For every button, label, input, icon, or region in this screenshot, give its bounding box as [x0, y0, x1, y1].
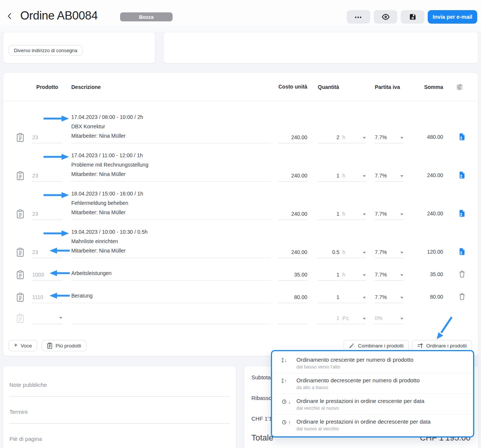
vat-select[interactable]: 0% [375, 315, 403, 324]
order-page: Ordine AB0084 Bozza ••• Invia per e-mail… [0, 0, 481, 448]
timesheet-document-button[interactable] [455, 248, 469, 258]
vat-select[interactable]: 7.7% [375, 134, 403, 143]
menu-item-sort-number-ascending[interactable]: 09↓ Ordinamento crescente per numero di … [272, 353, 473, 373]
quantity-input[interactable]: 1 [318, 211, 340, 220]
column-settings-button[interactable] [456, 73, 463, 101]
clipboard-icon[interactable] [16, 133, 26, 143]
page-footer-field[interactable]: Piè di pagina [9, 436, 42, 442]
quantity-cell: 0.5 h [318, 249, 366, 258]
add-line-button[interactable]: + Voce [9, 340, 37, 351]
description-input[interactable]: Beratung [71, 291, 271, 303]
product-select[interactable] [32, 317, 62, 324]
clipboard-icon [47, 343, 53, 349]
vat-select[interactable]: 7.7% [375, 272, 403, 281]
table-footer: + Voce Più prodotti Combinare i prodotti… [3, 340, 478, 351]
product-number-input[interactable]: 1110 [32, 294, 62, 303]
menu-item-subtitle: dal basso verso l'alto [296, 364, 413, 370]
unit-cost-input[interactable]: 240.00 [278, 249, 307, 258]
different-delivery-address-button[interactable]: Diverso indirizzo di consegna [9, 45, 83, 56]
description-input[interactable]: 17.04.2023 / 11:00 - 12:00 / 1h Probleme… [71, 151, 271, 182]
unit-select[interactable]: h [341, 134, 366, 143]
unit-select[interactable] [341, 294, 366, 303]
ellipsis-icon: ••• [355, 14, 362, 20]
vat-placeholder: 0% [375, 315, 382, 321]
magic-wand-icon [349, 343, 355, 349]
service-date-line: 17.04.2023 / 08:00 - 10:00 / 2h [71, 113, 271, 122]
vat-value: 7.7% [375, 211, 387, 217]
description-input[interactable]: 18.04.2023 / 15:00 - 16:00 / 1h Fehlerme… [71, 189, 271, 220]
unit-cost-input[interactable] [278, 315, 307, 324]
clipboard-icon[interactable] [16, 293, 26, 303]
terms-underline [9, 423, 230, 424]
product-number-input[interactable]: 23 [32, 134, 62, 143]
vat-select[interactable]: 7.7% [375, 249, 403, 258]
description-input[interactable]: 19.04.2023 / 10:00 - 10:30 / 0.5h Mahnli… [71, 227, 271, 258]
sort-numeric-ascending-icon: 09↓ [282, 358, 291, 363]
unit-cost-input[interactable]: 240.00 [278, 173, 307, 182]
unit-cost-input[interactable]: 240.00 [278, 211, 307, 220]
description-input[interactable]: 17.04.2023 / 08:00 - 10:00 / 2h DBX Korr… [71, 113, 271, 143]
unit-select[interactable]: h [341, 211, 366, 220]
quantity-input[interactable]: 1 [318, 315, 340, 324]
more-products-label: Più prodotti [56, 343, 81, 349]
unit-cost-input[interactable]: 240.00 [278, 134, 307, 143]
vat-select[interactable]: 7.7% [375, 211, 403, 220]
vat-select[interactable]: 7.7% [375, 173, 403, 182]
column-header-vat: Partita iva [375, 73, 400, 101]
timesheet-document-button[interactable] [455, 133, 469, 143]
product-number-input[interactable]: 1003 [32, 272, 62, 281]
chevron-down-icon [400, 213, 403, 215]
combine-products-button[interactable]: Combinare i prodotti [344, 340, 409, 351]
description-line: Beratung [71, 291, 271, 301]
menu-item-sort-date-ascending[interactable]: ↓ Ordinare le prestazioni in ordine cres… [272, 394, 473, 414]
description-input[interactable] [71, 316, 271, 324]
unit-cost-input[interactable]: 35.00 [278, 272, 307, 281]
save-button[interactable] [401, 10, 424, 24]
product-number-input[interactable]: 23 [32, 211, 62, 220]
service-date-line: 17.04.2023 / 11:00 - 12:00 / 1h [71, 151, 271, 160]
vat-select[interactable]: 7.7% [375, 294, 403, 303]
unit-select[interactable]: h [341, 249, 366, 258]
timesheet-document-button[interactable] [455, 171, 469, 182]
unit-cost-input[interactable]: 80.00 [278, 294, 307, 303]
delete-row-button[interactable] [455, 293, 469, 303]
quantity-cell: 2 h [318, 134, 366, 143]
description-input[interactable]: Arbeitsleistungen [71, 269, 271, 281]
quantity-input[interactable]: 1 [318, 294, 340, 303]
preview-button[interactable] [374, 10, 397, 24]
public-notes-field[interactable]: Note pubbliche [9, 382, 47, 388]
unit-select[interactable]: h [341, 173, 366, 182]
menu-item-sort-date-descending[interactable]: ↑ Ordinare le prestazioni in ordine decr… [272, 414, 473, 435]
delete-row-button[interactable] [455, 270, 469, 281]
quantity-cell: 1 [318, 294, 366, 303]
column-header-quantity: Quantità [318, 73, 339, 101]
trash-icon [458, 293, 466, 301]
discount-label: Ribasso [251, 395, 272, 401]
back-button[interactable] [5, 12, 14, 21]
vat-value: 7.7% [375, 272, 387, 278]
clipboard-icon[interactable] [16, 171, 26, 182]
quantity-input[interactable]: 2 [318, 134, 340, 143]
product-number-input[interactable]: 23 [32, 173, 62, 182]
terms-field[interactable]: Termini [9, 409, 27, 415]
quantity-input[interactable]: 1 [318, 173, 340, 182]
unit-select[interactable]: h [341, 272, 366, 281]
more-actions-button[interactable]: ••• [347, 10, 370, 24]
quantity-cell: 1 h [318, 173, 366, 182]
quantity-input[interactable]: 1 [318, 272, 340, 281]
quantity-cell: 1 h [318, 211, 366, 220]
timesheet-document-button[interactable] [455, 209, 469, 220]
send-email-button[interactable]: Invia per e-mail [428, 10, 477, 24]
quantity-input[interactable]: 0.5 [318, 249, 340, 258]
chevron-down-icon [363, 297, 366, 299]
clipboard-icon[interactable] [16, 209, 26, 220]
menu-item-subtitle: da alto a basso [296, 385, 420, 390]
clipboard-icon[interactable] [16, 270, 26, 281]
more-products-button[interactable]: Più prodotti [42, 340, 86, 351]
unit-select[interactable]: Pz. [341, 315, 366, 324]
sort-products-button[interactable]: Ordinare i prodotti [412, 340, 472, 351]
clipboard-icon[interactable] [16, 248, 26, 258]
product-number-input[interactable]: 23 [32, 249, 62, 258]
sort-products-menu: 09↓ Ordinamento crescente per numero di … [271, 350, 474, 437]
menu-item-sort-number-descending[interactable]: 09↑ Ordinamento decrescente per numero d… [272, 373, 473, 394]
